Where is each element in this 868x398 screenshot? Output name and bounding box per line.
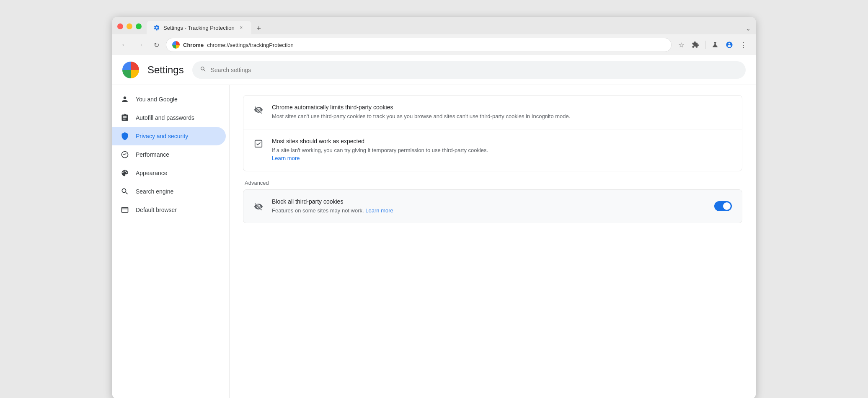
tab-close-button[interactable]: ×: [238, 24, 245, 31]
eye-off-icon-1: [253, 105, 264, 115]
sites-work-title: Most sites should work as expected: [272, 138, 732, 145]
traffic-lights: [117, 23, 142, 34]
profile-button[interactable]: [723, 39, 736, 51]
sidebar-label-default-browser: Default browser: [136, 207, 177, 213]
sidebar-label-search-engine: Search engine: [136, 188, 173, 195]
sites-work-learn-more-link[interactable]: Learn more: [272, 155, 300, 161]
clipboard-icon: [121, 114, 129, 122]
block-all-cookies-row: Block all third-party cookies Features o…: [243, 189, 742, 224]
sidebar: You and Google Autofill and passwords Pr…: [112, 85, 230, 398]
search-icon: [200, 66, 207, 74]
minimize-traffic-light[interactable]: [127, 23, 132, 29]
sidebar-item-search-engine[interactable]: Search engine: [112, 182, 226, 201]
sidebar-label-privacy: Privacy and security: [136, 133, 188, 140]
maximize-traffic-light[interactable]: [136, 23, 142, 29]
bookmark-button[interactable]: ☆: [675, 39, 687, 51]
main-content: Chrome automatically limits third-party …: [230, 85, 756, 398]
lab-button[interactable]: [709, 39, 721, 51]
limits-cookies-title: Chrome automatically limits third-party …: [272, 104, 732, 111]
address-bar[interactable]: Chrome chrome://settings/trackingProtect…: [166, 38, 672, 52]
shield-icon: [121, 132, 129, 140]
address-brand-label: Chrome: [183, 42, 204, 48]
sidebar-item-performance[interactable]: Performance: [112, 145, 226, 164]
tracking-protection-card: Chrome automatically limits third-party …: [243, 95, 742, 171]
sidebar-item-autofill[interactable]: Autofill and passwords: [112, 109, 226, 127]
title-bar: Settings - Tracking Protection × + ⌄: [112, 17, 756, 34]
new-tab-button[interactable]: +: [253, 23, 265, 34]
settings-header: Settings: [112, 55, 756, 85]
tab-title: Settings - Tracking Protection: [163, 25, 235, 31]
browser-icon: [121, 206, 129, 214]
sites-work-row: Most sites should work as expected If a …: [243, 129, 742, 171]
toggle-switch[interactable]: [714, 201, 732, 211]
tab-dropdown-button[interactable]: ⌄: [746, 25, 751, 32]
sidebar-label-autofill: Autofill and passwords: [136, 114, 194, 121]
search-bar[interactable]: [192, 61, 746, 79]
browser-toolbar: ← → ↻ Chrome chrome://settings/trackingP…: [112, 34, 756, 55]
block-cookies-desc: Features on some sites may not work. Lea…: [272, 207, 706, 215]
block-cookies-learn-more-link[interactable]: Learn more: [365, 207, 393, 214]
search-input[interactable]: [211, 67, 738, 73]
limits-cookies-row: Chrome automatically limits third-party …: [243, 96, 742, 129]
sidebar-item-appearance[interactable]: Appearance: [112, 164, 226, 182]
extensions-button[interactable]: [689, 39, 702, 51]
address-url-text: chrome://settings/trackingProtection: [207, 42, 665, 48]
settings-body: You and Google Autofill and passwords Pr…: [112, 85, 756, 398]
limits-cookies-desc: Most sites can't use third-party cookies…: [272, 112, 732, 121]
sidebar-item-default-browser[interactable]: Default browser: [112, 201, 226, 219]
back-button[interactable]: ←: [118, 39, 131, 51]
limits-cookies-text: Chrome automatically limits third-party …: [272, 104, 732, 121]
chrome-logo-icon: [172, 41, 180, 49]
more-button[interactable]: ⋮: [737, 39, 750, 51]
speedometer-icon: [121, 150, 129, 159]
settings-page-title: Settings: [147, 64, 184, 76]
toolbar-divider: [705, 41, 705, 49]
eye-off-icon-2: [253, 202, 264, 212]
sidebar-label-appearance: Appearance: [136, 170, 168, 176]
browser-window: Settings - Tracking Protection × + ⌄ ← →…: [112, 17, 756, 398]
reload-button[interactable]: ↻: [150, 39, 163, 51]
sidebar-label-performance: Performance: [136, 151, 169, 158]
block-cookies-toggle[interactable]: [714, 201, 732, 211]
forward-button[interactable]: →: [134, 39, 147, 51]
checkbox-icon-1: [253, 139, 264, 149]
advanced-section: Advanced Block all third-party cookies F…: [243, 180, 742, 224]
close-traffic-light[interactable]: [117, 23, 123, 29]
sites-work-text: Most sites should work as expected If a …: [272, 138, 732, 163]
palette-icon: [121, 169, 129, 177]
sites-work-desc: If a site isn't working, you can try giv…: [272, 146, 732, 163]
sidebar-item-privacy[interactable]: Privacy and security: [112, 127, 226, 145]
block-cookies-text: Block all third-party cookies Features o…: [272, 198, 706, 215]
block-cookies-title: Block all third-party cookies: [272, 198, 706, 205]
toolbar-icons: ☆ ⋮: [675, 39, 750, 51]
sidebar-item-you-and-google[interactable]: You and Google: [112, 90, 226, 109]
search-engine-icon: [121, 187, 129, 196]
active-tab[interactable]: Settings - Tracking Protection ×: [147, 21, 251, 34]
person-icon: [121, 95, 129, 103]
settings-page: Settings You and Google: [112, 55, 756, 398]
settings-logo: [122, 62, 139, 78]
sidebar-label-you-and-google: You and Google: [136, 96, 178, 103]
settings-tab-icon: [153, 24, 160, 31]
advanced-label: Advanced: [243, 180, 742, 186]
